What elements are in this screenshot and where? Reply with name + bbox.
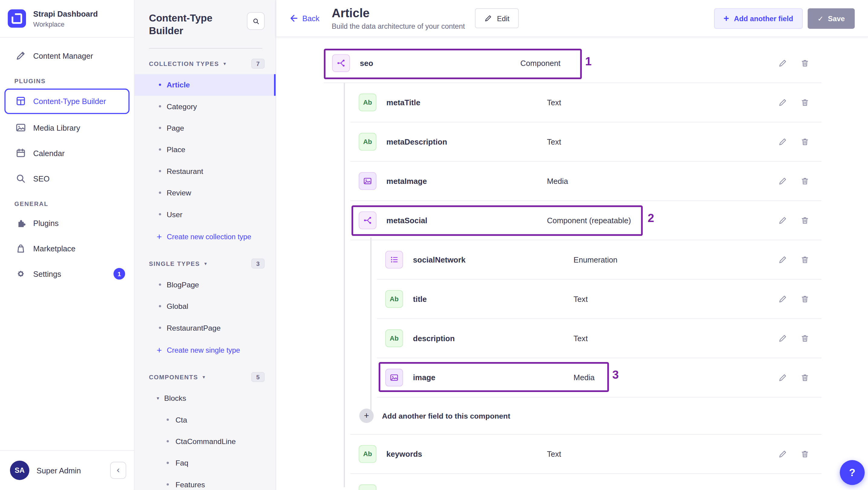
edit-field-button[interactable]	[778, 98, 787, 107]
collection-type-category[interactable]: Category	[134, 96, 276, 117]
pencil-icon	[778, 450, 787, 458]
delete-field-button[interactable]	[801, 334, 809, 343]
section-components[interactable]: COMPONENTS ▾ 5	[134, 362, 276, 388]
field-name: metaDescription	[386, 137, 547, 146]
pencil-icon	[778, 177, 787, 185]
collection-type-user[interactable]: User	[134, 204, 276, 225]
trash-icon	[801, 295, 809, 303]
create-single-type-link[interactable]: + Create new single type	[134, 339, 276, 362]
field-type: Text	[547, 450, 561, 458]
field-name: title	[413, 295, 574, 303]
collection-type-place[interactable]: Place	[134, 139, 276, 160]
brand: Strapi Dashboard Workplace	[0, 0, 134, 37]
section-collection-types[interactable]: COLLECTION TYPES ▾ 7	[134, 49, 276, 74]
delete-field-button[interactable]	[801, 373, 809, 382]
single-type-restaurantpage[interactable]: RestaurantPage	[134, 317, 276, 338]
component-cta[interactable]: Cta	[134, 409, 276, 430]
edit-field-button[interactable]	[778, 450, 787, 458]
edit-field-button[interactable]	[778, 255, 787, 264]
sidebar-item-marketplace[interactable]: Marketplace	[0, 236, 134, 261]
page-title: Article	[332, 6, 465, 21]
pencil-icon	[778, 98, 787, 107]
sidebar-item-label: Content Manager	[33, 51, 93, 60]
sidebar-item-label: Settings	[33, 269, 61, 278]
sidebar-item-label: Marketplace	[33, 244, 75, 252]
arrow-left-icon	[288, 13, 299, 23]
help-button[interactable]: ?	[840, 460, 865, 485]
sidebar-item-content-manager[interactable]: Content Manager	[0, 43, 134, 68]
collection-type-article[interactable]: Article	[134, 74, 276, 96]
trash-icon	[801, 98, 809, 107]
gear-icon	[16, 269, 26, 279]
chevron-down-icon: ▾	[205, 261, 207, 266]
delete-field-button[interactable]	[801, 98, 809, 107]
field-row-seo: seo Component	[324, 44, 822, 83]
calendar-icon	[16, 148, 26, 158]
collapse-sidebar-button[interactable]: ‹	[110, 462, 126, 479]
component-category-blocks[interactable]: ▾ Blocks	[134, 388, 276, 409]
delete-field-button[interactable]	[801, 295, 809, 303]
component-ctacommandline[interactable]: CtaCommandLine	[134, 431, 276, 452]
edit-button[interactable]: Edit	[475, 8, 519, 28]
sidebar-item-label: Media Library	[33, 123, 80, 132]
edit-field-button[interactable]	[778, 59, 787, 67]
trash-icon	[801, 334, 809, 343]
delete-field-button[interactable]	[801, 137, 809, 146]
components-count-badge: 5	[251, 372, 265, 382]
delete-field-button[interactable]	[801, 59, 809, 67]
field-type: Component (repeatable)	[547, 216, 631, 225]
field-row-socialnetwork: socialNetwork Enumeration	[377, 240, 822, 279]
delete-field-button[interactable]	[801, 489, 809, 490]
brand-title: Strapi Dashboard	[33, 9, 98, 19]
edit-field-button[interactable]	[778, 216, 787, 225]
plus-icon: +	[723, 13, 729, 23]
create-collection-type-link[interactable]: + Create new collection type	[134, 225, 276, 249]
delete-field-button[interactable]	[801, 450, 809, 458]
delete-field-button[interactable]	[801, 255, 809, 264]
edit-field-button[interactable]	[778, 334, 787, 343]
sidebar-item-settings[interactable]: Settings 1	[0, 261, 134, 286]
single-type-blogpage[interactable]: BlogPage	[134, 274, 276, 296]
sidebar-item-calendar[interactable]: Calendar	[0, 140, 134, 166]
collection-type-page[interactable]: Page	[134, 117, 276, 139]
pencil-icon	[778, 295, 787, 303]
ctb-panel-title: Content-Type Builder	[149, 12, 233, 38]
pencil-icon	[778, 59, 787, 67]
sidebar-item-seo[interactable]: SEO	[0, 166, 134, 191]
settings-badge: 1	[114, 268, 125, 279]
add-field-to-component-button[interactable]: + Add another field to this component	[350, 397, 822, 435]
edit-field-button[interactable]	[778, 295, 787, 303]
field-type: Text	[547, 489, 561, 490]
edit-field-button[interactable]	[778, 137, 787, 146]
pencil-icon	[778, 489, 787, 490]
delete-field-button[interactable]	[801, 216, 809, 225]
pencil-icon	[778, 216, 787, 225]
shopping-bag-icon	[16, 243, 26, 254]
main-sidebar: Strapi Dashboard Workplace Content Manag…	[0, 0, 134, 490]
component-faq[interactable]: Faq	[134, 452, 276, 474]
text-field-icon: Ab	[359, 93, 376, 111]
collection-type-review[interactable]: Review	[134, 182, 276, 204]
sidebar-item-media-library[interactable]: Media Library	[0, 115, 134, 140]
save-button[interactable]: ✓ Save	[807, 8, 855, 29]
section-single-types[interactable]: SINGLE TYPES ▾ 3	[134, 248, 276, 274]
search-button[interactable]	[247, 12, 265, 30]
delete-field-button[interactable]	[801, 177, 809, 185]
sidebar-item-content-type-builder[interactable]: Content-Type Builder	[4, 88, 130, 114]
tree-connector-line	[344, 83, 345, 487]
annotation-number-1: 1	[585, 55, 592, 68]
puzzle-icon	[16, 217, 26, 228]
back-link[interactable]: Back	[288, 13, 320, 23]
collection-type-restaurant[interactable]: Restaurant	[134, 160, 276, 182]
page-header: Back Article Build the data architecture…	[276, 0, 868, 37]
component-features[interactable]: Features	[134, 474, 276, 490]
sidebar-item-plugins[interactable]: Plugins	[0, 210, 134, 236]
edit-field-button[interactable]	[778, 177, 787, 185]
plus-icon: +	[157, 232, 162, 241]
edit-field-button[interactable]	[778, 489, 787, 490]
add-another-field-button[interactable]: + Add another field	[714, 8, 803, 29]
trash-icon	[801, 59, 809, 67]
avatar[interactable]: SA	[10, 461, 29, 480]
edit-field-button[interactable]	[778, 373, 787, 382]
single-type-global[interactable]: Global	[134, 296, 276, 317]
